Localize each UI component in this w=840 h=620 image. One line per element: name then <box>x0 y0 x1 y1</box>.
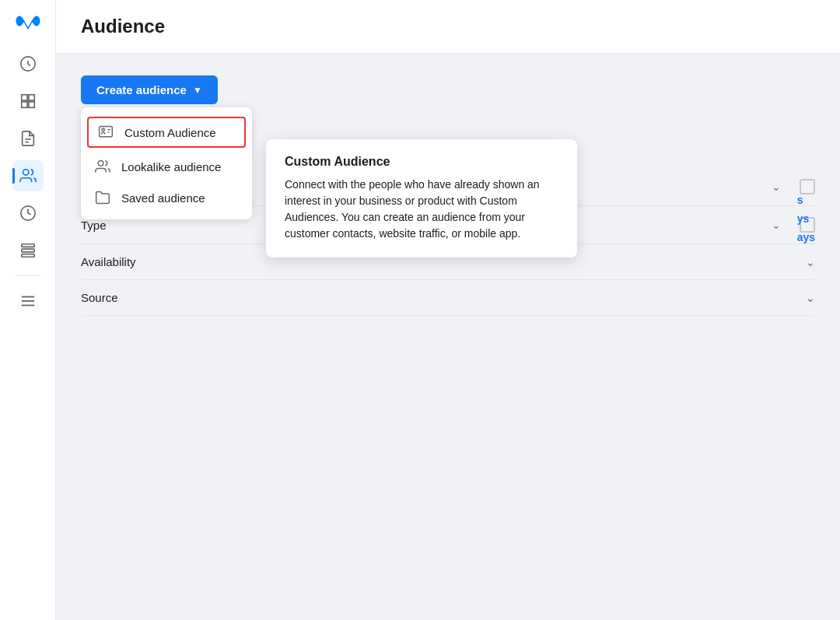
tooltip-title: Custom Audience <box>285 155 558 169</box>
custom-audience-icon <box>96 124 115 140</box>
svg-rect-4 <box>28 102 33 107</box>
filter-source-label: Source <box>81 291 796 304</box>
hint-s: s <box>797 194 815 206</box>
menu-item-saved-audience[interactable]: Saved audience <box>81 182 252 213</box>
sidebar-divider <box>16 275 40 276</box>
filter-type-chevron[interactable]: ⌄ <box>772 219 781 231</box>
sidebar-item-catalog[interactable] <box>12 235 44 266</box>
create-audience-dropdown[interactable]: Create audience ▼ C <box>81 75 218 104</box>
page-header: Audience <box>56 0 840 54</box>
saved-audience-label: Saved audience <box>121 191 205 205</box>
svg-rect-2 <box>28 95 33 100</box>
sidebar-item-grid[interactable] <box>12 86 44 117</box>
sidebar-item-menu[interactable] <box>12 285 44 317</box>
custom-audience-label: Custom Audience <box>124 126 216 139</box>
svg-point-7 <box>23 170 28 175</box>
hint-ys: ys <box>797 212 815 225</box>
filter-status-chevron[interactable]: ⌄ <box>772 180 781 193</box>
svg-rect-10 <box>21 249 34 252</box>
menu-item-custom-audience[interactable]: Custom Audience <box>87 117 246 148</box>
lookalike-audience-label: Lookalike audience <box>121 160 221 173</box>
svg-rect-15 <box>100 127 113 137</box>
filter-availability-chevron[interactable]: ⌄ <box>806 256 815 268</box>
create-audience-button[interactable]: Create audience ▼ <box>81 75 218 104</box>
custom-audience-tooltip: Custom Audience Connect with the people … <box>266 139 577 257</box>
svg-rect-11 <box>21 254 34 257</box>
audience-type-menu: Custom Audience Lookalike audience <box>81 107 252 219</box>
lookalike-icon <box>93 159 112 174</box>
chevron-down-icon: ▼ <box>193 85 202 96</box>
saved-icon <box>93 190 112 205</box>
filter-status-checkbox[interactable] <box>800 179 815 194</box>
menu-item-lookalike-audience[interactable]: Lookalike audience <box>81 151 252 182</box>
create-audience-label: Create audience <box>96 83 187 96</box>
sidebar-item-audience[interactable] <box>12 160 44 191</box>
sidebar-item-document[interactable] <box>12 123 44 154</box>
main-content: Audience Create audience ▼ <box>56 0 840 620</box>
right-hints: s ys ays <box>797 194 815 243</box>
tooltip-description: Connect with the people who have already… <box>285 177 558 242</box>
meta-logo <box>14 12 42 33</box>
svg-point-18 <box>98 161 103 166</box>
sidebar-item-dashboard[interactable] <box>12 48 44 79</box>
hint-ays: ays <box>797 231 815 243</box>
svg-rect-9 <box>21 244 34 247</box>
sidebar-item-billing[interactable] <box>12 198 44 229</box>
sidebar <box>0 0 56 620</box>
svg-rect-1 <box>21 95 26 100</box>
page-title: Audience <box>81 16 815 37</box>
svg-rect-3 <box>21 102 26 107</box>
filter-row-source: Source ⌄ <box>81 280 815 316</box>
content-area: Create audience ▼ C <box>56 54 840 620</box>
filter-source-chevron[interactable]: ⌄ <box>806 292 815 304</box>
